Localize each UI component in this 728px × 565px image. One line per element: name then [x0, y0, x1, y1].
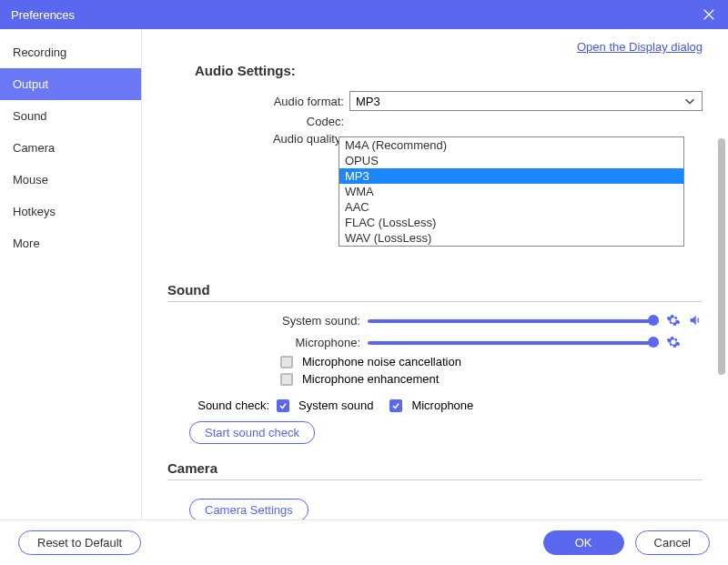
sound-section-title: Sound — [167, 282, 703, 302]
gear-icon[interactable] — [666, 335, 681, 349]
sidebar-item-hotkeys[interactable]: Hotkeys — [0, 196, 141, 227]
sidebar-item-mouse[interactable]: Mouse — [0, 164, 141, 196]
microphone-slider[interactable] — [368, 333, 659, 351]
title-bar: Preferences — [0, 0, 728, 29]
system-sound-slider[interactable] — [368, 311, 659, 329]
chevron-down-icon — [683, 95, 696, 107]
sidebar-item-more[interactable]: More — [0, 227, 141, 259]
window-title: Preferences — [11, 8, 75, 22]
cancel-button[interactable]: Cancel — [635, 530, 710, 555]
close-icon[interactable] — [701, 6, 717, 23]
audio-format-dropdown[interactable]: M4A (Recommend) OPUS MP3 WMA AAC FLAC (L… — [339, 136, 684, 247]
camera-settings-button[interactable]: Camera Settings — [189, 499, 308, 520]
noise-cancel-checkbox[interactable] — [280, 356, 293, 368]
camera-section-title: Camera — [167, 460, 703, 480]
audio-format-label: Audio format: — [177, 95, 349, 108]
start-sound-check-button[interactable]: Start sound check — [189, 421, 315, 444]
audio-section-title: Audio Settings: — [167, 63, 703, 82]
microphone-label: Microphone: — [167, 336, 368, 349]
sidebar: Recording Output Sound Camera Mouse Hotk… — [0, 29, 142, 520]
sidebar-item-recording[interactable]: Recording — [0, 36, 141, 68]
dropdown-option[interactable]: FLAC (LossLess) — [339, 215, 683, 230]
dropdown-option[interactable]: WMA — [339, 184, 683, 199]
audio-format-select[interactable]: MP3 — [349, 91, 703, 111]
mic-enhancement-label: Microphone enhancement — [302, 372, 439, 386]
sidebar-item-camera[interactable]: Camera — [0, 132, 141, 164]
sidebar-item-output[interactable]: Output — [0, 68, 141, 100]
soundcheck-mic-label: Microphone — [411, 399, 473, 412]
soundcheck-system-checkbox[interactable] — [277, 399, 289, 412]
open-display-dialog-link[interactable]: Open the Display dialog — [577, 40, 703, 54]
mic-enhancement-checkbox[interactable] — [280, 373, 293, 386]
noise-cancel-label: Microphone noise cancellation — [302, 355, 461, 368]
reset-to-default-button[interactable]: Reset to Default — [18, 530, 141, 555]
sidebar-item-sound[interactable]: Sound — [0, 100, 141, 132]
dropdown-option[interactable]: OPUS — [339, 153, 683, 168]
dropdown-option[interactable]: WAV (LossLess) — [339, 230, 683, 246]
footer: Reset to Default OK Cancel — [0, 520, 728, 565]
soundcheck-system-label: System sound — [298, 399, 373, 412]
soundcheck-mic-checkbox[interactable] — [389, 399, 402, 412]
audio-quality-label: Audio quality: — [177, 132, 349, 146]
sound-check-label: Sound check: — [186, 399, 277, 412]
dropdown-option-selected[interactable]: MP3 — [339, 168, 683, 184]
codec-label: Codec: — [177, 115, 349, 128]
dropdown-option[interactable]: M4A (Recommend) — [339, 137, 683, 153]
system-sound-label: System sound: — [167, 314, 368, 328]
ok-button[interactable]: OK — [543, 530, 624, 555]
content-pane: Open the Display dialog Audio Settings: … — [142, 29, 728, 520]
scrollbar[interactable] — [718, 138, 725, 375]
audio-format-value: MP3 — [356, 95, 380, 108]
gear-icon[interactable] — [666, 313, 681, 328]
dropdown-option[interactable]: AAC — [339, 199, 683, 215]
speaker-icon[interactable] — [688, 313, 703, 328]
